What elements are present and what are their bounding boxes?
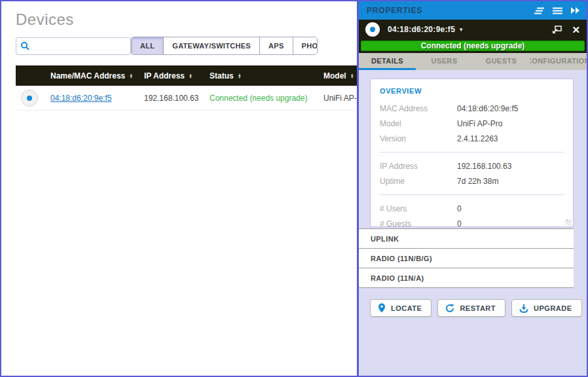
restart-button[interactable]: RESTART (437, 299, 505, 317)
restart-icon (445, 304, 454, 313)
column-header-ip[interactable]: IP Address ▲▼ (144, 71, 210, 81)
device-icon-cell (16, 90, 50, 107)
device-selector-bar: 04:18:d6:20:9e:f5 ▼ ✕ (359, 20, 587, 39)
properties-tabs: DETAILS USERS GUESTS CONFIGURATION (359, 53, 587, 70)
sort-icon[interactable]: ▲▼ (238, 73, 242, 79)
tab-details[interactable]: DETAILS (359, 53, 416, 70)
search-icon (20, 41, 29, 50)
column-header-status[interactable]: Status ▲▼ (210, 71, 323, 81)
column-label: Name/MAC Address (50, 71, 125, 81)
menu-icon[interactable] (553, 7, 562, 15)
field-value: UniFi AP-Pro (457, 118, 502, 130)
field-value: 0 (457, 203, 462, 215)
field-label: Version (380, 133, 457, 145)
device-selector[interactable]: 04:18:d6:20:9e:f5 (388, 25, 455, 34)
field-label: # Guests (380, 218, 457, 230)
overview-row-mac: MAC Address 04:18:d6:20:9e:f5 (380, 103, 564, 115)
field-value: 04:18:d6:20:9e:f5 (457, 103, 518, 115)
overview-row-uptime: Uptime 7d 22h 38m (380, 175, 564, 187)
access-point-icon (365, 22, 380, 37)
divider (380, 152, 564, 153)
search-input[interactable] (33, 41, 126, 50)
overview-row-version: Version 2.4.11.2263 (380, 133, 564, 145)
upgrade-icon (519, 304, 528, 313)
section-uplink[interactable]: UPLINK (359, 229, 574, 249)
column-label: IP Address (144, 71, 185, 81)
collapse-panels-icon[interactable] (534, 7, 545, 15)
status-banner: Connected (needs upgrade) (361, 41, 585, 51)
column-label: Status (210, 71, 234, 81)
properties-panel: PROPERTIES (357, 1, 587, 376)
overview-row-ip: IP Address 192.168.100.63 (380, 160, 564, 172)
devices-table: Name/MAC Address ▲▼ IP Address ▲▼ Status… (16, 65, 357, 111)
properties-content: OVERVIEW MAC Address 04:18:d6:20:9e:f5 M… (359, 70, 587, 376)
status-banner-wrap: Connected (needs upgrade) (359, 39, 587, 53)
field-label: MAC Address (380, 103, 457, 115)
overview-row-guests: # Guests 0 (380, 218, 564, 230)
button-label: UPGRADE (534, 304, 572, 312)
filter-tab-aps[interactable]: APS (259, 37, 293, 54)
unifi-controller-window: Devices ALL GATEWAY/SWITCHES APS PHONES (0, 0, 588, 377)
field-label: IP Address (380, 160, 457, 172)
section-radio-11na[interactable]: RADIO (11N/A) (359, 268, 574, 288)
overview-heading: OVERVIEW (380, 87, 564, 95)
close-icon[interactable]: ✕ (572, 25, 580, 35)
column-label: Model (323, 71, 346, 81)
sort-icon[interactable]: ▲▼ (129, 73, 133, 79)
field-value: 0 (457, 218, 462, 230)
properties-title: PROPERTIES (367, 6, 526, 15)
sort-icon[interactable]: ▲▼ (350, 73, 354, 79)
device-search[interactable] (16, 37, 131, 55)
divider (380, 194, 564, 195)
overview-card: OVERVIEW MAC Address 04:18:d6:20:9e:f5 M… (370, 79, 574, 227)
sort-icon[interactable]: ▲▼ (189, 73, 193, 79)
tab-guests[interactable]: GUESTS (473, 53, 530, 70)
device-model-cell: UniFi AP-Pro (323, 94, 357, 103)
column-header-name[interactable]: Name/MAC Address ▲▼ (50, 71, 144, 81)
popout-window-icon[interactable] (552, 25, 562, 34)
button-label: LOCATE (391, 304, 422, 312)
device-filter-tabs: ALL GATEWAY/SWITCHES APS PHONES (131, 37, 318, 55)
location-pin-icon (378, 303, 386, 313)
device-actions: LOCATE RESTART UPGRADE (370, 299, 574, 317)
device-name-cell: 04:18:d6:20:9e:f5 (50, 94, 144, 103)
table-row[interactable]: 04:18:d6:20:9e:f5 192.168.100.63 Connect… (16, 86, 357, 111)
device-mac-link[interactable]: 04:18:d6:20:9e:f5 (50, 94, 111, 103)
filter-tab-phones[interactable]: PHONES (293, 37, 318, 54)
locate-button[interactable]: LOCATE (370, 299, 432, 317)
double-chevron-right-icon[interactable] (570, 7, 580, 14)
properties-header: PROPERTIES (359, 1, 587, 20)
device-status-cell: Connected (needs upgrade) (210, 94, 323, 103)
field-value: 7d 22h 38m (457, 175, 498, 187)
overview-row-model: Model UniFi AP-Pro (380, 118, 564, 130)
filter-tab-gateway-switches[interactable]: GATEWAY/SWITCHES (163, 37, 259, 54)
collapsed-sections: UPLINK RADIO (11N/B/G) RADIO (11N/A) (359, 228, 574, 288)
devices-panel: Devices ALL GATEWAY/SWITCHES APS PHONES (1, 1, 357, 376)
resize-grip[interactable] (566, 219, 572, 225)
field-value: 192.168.100.63 (457, 160, 511, 172)
upgrade-button[interactable]: UPGRADE (511, 299, 582, 317)
field-label: # Users (380, 203, 457, 215)
tab-configuration[interactable]: CONFIGURATION (530, 53, 587, 70)
filter-tab-all[interactable]: ALL (132, 37, 163, 54)
access-point-icon (21, 90, 38, 107)
chevron-down-icon[interactable]: ▼ (458, 27, 464, 33)
devices-toolbar: ALL GATEWAY/SWITCHES APS PHONES (16, 37, 342, 55)
section-radio-11nbg[interactable]: RADIO (11N/B/G) (359, 249, 574, 268)
device-ip-cell: 192.168.100.63 (144, 94, 210, 103)
page-title: Devices (16, 10, 357, 29)
column-header-model[interactable]: Model ▲▼ (323, 71, 357, 81)
devices-table-header: Name/MAC Address ▲▼ IP Address ▲▼ Status… (16, 65, 357, 86)
field-label: Uptime (380, 175, 457, 187)
field-value: 2.4.11.2263 (457, 133, 498, 145)
overview-row-users: # Users 0 (380, 203, 564, 215)
field-label: Model (380, 118, 457, 130)
tab-users[interactable]: USERS (416, 53, 473, 70)
button-label: RESTART (460, 304, 496, 312)
